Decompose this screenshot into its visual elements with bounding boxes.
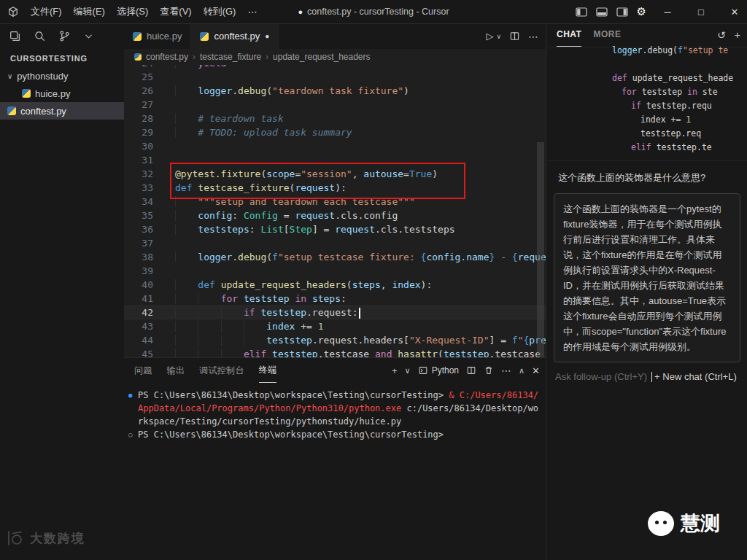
explorer-section-header[interactable]: CURSORTESTING	[0, 47, 124, 67]
breadcrumb-item-conftest.py[interactable]: conftest.py	[146, 52, 188, 62]
terminal[interactable]: ●PS C:\Users\86134\Desktop\workspace\Tes…	[124, 383, 546, 441]
source-control-icon[interactable]	[58, 30, 71, 42]
code-line-34[interactable]: 34 """setup and teardown each testcase""…	[124, 195, 546, 209]
new-chat-icon[interactable]: +	[735, 29, 740, 41]
close-panel-icon[interactable]: ✕	[532, 365, 540, 376]
breadcrumb-item-testcase_fixture[interactable]: testcase_fixture	[200, 52, 261, 62]
more-actions-icon[interactable]: ⋯	[501, 365, 511, 376]
split-editor-icon[interactable]	[509, 31, 520, 42]
menu-more-button[interactable]: ⋯	[241, 7, 263, 18]
code-line-36[interactable]: 36 teststeps: List[Step] = request.cls.t…	[124, 222, 546, 236]
code-token: # teardown task	[198, 113, 283, 124]
code-line-37[interactable]: 37	[124, 236, 546, 250]
watermark-text: 大数跨境	[30, 530, 85, 547]
panel-tab-输出[interactable]: 输出	[167, 359, 185, 383]
code-token: yield	[198, 65, 226, 69]
new-chat-button[interactable]: + New chat (Ctrl+L)	[654, 371, 737, 382]
code-line-39[interactable]: 39	[124, 264, 546, 278]
code-line-30[interactable]: 30	[124, 139, 546, 153]
code-token: ] =	[312, 224, 335, 235]
explorer-icon[interactable]	[9, 30, 21, 42]
code-line-27[interactable]: 27	[124, 98, 546, 112]
history-icon[interactable]: ↺	[717, 29, 726, 41]
layout-panel-left-icon[interactable]	[576, 7, 587, 17]
run-button[interactable]: ▷	[486, 31, 493, 42]
new-terminal-icon[interactable]: +	[392, 365, 398, 376]
code-line-42[interactable]: 42 if teststep.request:	[124, 306, 546, 319]
terminal-profile-tab[interactable]: Python	[418, 365, 459, 376]
tab-label: conftest.py	[214, 31, 260, 42]
more-actions-icon[interactable]: ⋯	[528, 31, 538, 42]
code-editor[interactable]: 24 yield2526 logger.debug("teardown task…	[124, 65, 546, 357]
layout-panel-bottom-icon[interactable]	[596, 7, 608, 17]
terminal-dropdown-icon[interactable]: ∨	[405, 366, 411, 376]
menu-bar: 文件(F)编辑(E)选择(S)查看(V)转到(G)⋯	[25, 5, 263, 18]
editor-scrollbar[interactable]	[537, 142, 544, 357]
split-terminal-icon[interactable]	[466, 365, 476, 376]
menu-item-2[interactable]: 选择(S)	[111, 5, 154, 18]
tree-item-huice[interactable]: huice.py	[0, 85, 124, 102]
menu-item-3[interactable]: 查看(V)	[154, 5, 197, 18]
close-button[interactable]: ✕	[722, 0, 747, 23]
code-token: index	[392, 279, 420, 290]
breadcrumb-item-update_request_headers[interactable]: update_request_headers	[273, 52, 370, 62]
code-line-41[interactable]: 41 for teststep in steps:	[124, 292, 546, 306]
cursor-window: 文件(F)编辑(E)选择(S)查看(V)转到(G)⋯ ●conftest.py …	[0, 0, 747, 560]
code-line-31[interactable]: 31	[124, 153, 546, 167]
code-token	[175, 85, 198, 96]
code-line-40[interactable]: 40 def update_request_headers(steps, ind…	[124, 278, 546, 292]
followup-input[interactable]: Ask follow-up (Ctrl+Y)	[555, 371, 647, 382]
editor-tab-huice.py[interactable]: huice.py	[124, 23, 191, 49]
chat-tab-more[interactable]: MORE	[593, 23, 621, 46]
panel-tab-调试控制台[interactable]: 调试控制台	[199, 359, 244, 383]
chat-code-line: for teststep in ste	[546, 85, 747, 99]
tree-item-pythonstudy[interactable]: ∨ pythonstudy	[0, 67, 124, 85]
chevron-down-icon: ∨	[7, 72, 12, 80]
menu-item-1[interactable]: 编辑(E)	[68, 5, 111, 18]
search-icon[interactable]	[34, 30, 46, 42]
code-token: )	[432, 168, 438, 179]
code-line-25[interactable]: 25	[124, 70, 546, 84]
code-line-35[interactable]: 35 config: Config = request.cls.config	[124, 209, 546, 222]
code-line-44[interactable]: 44 teststep.request.headers["X-Request-I…	[124, 333, 546, 347]
code-token: (	[438, 349, 444, 357]
code-token: update_request_heade	[632, 73, 733, 83]
panel-tab-终端[interactable]: 终端	[259, 358, 277, 383]
menu-item-4[interactable]: 转到(G)	[198, 5, 242, 18]
panel-tab-问题[interactable]: 问题	[134, 359, 152, 383]
code-line-24[interactable]: 24 yield	[124, 65, 546, 70]
folder-label: pythonstudy	[17, 71, 68, 82]
code-line-28[interactable]: 28 # teardown task	[124, 112, 546, 125]
tree-item-conftest[interactable]: conftest.py	[0, 102, 124, 120]
code-text: if teststep.request:	[163, 306, 360, 319]
code-line-29[interactable]: 29 # TODO: upload task summary	[124, 125, 546, 139]
maximize-panel-icon[interactable]: ∧	[519, 366, 525, 376]
code-line-45[interactable]: 45 elif teststep.testcase and hasattr(te…	[124, 347, 546, 357]
code-line-43[interactable]: 43 index += 1	[124, 319, 546, 333]
code-line-32[interactable]: 32@pytest.fixture(scope="session", autou…	[124, 167, 546, 181]
code-line-33[interactable]: 33def testcase_fixture(request):	[124, 181, 546, 195]
code-token	[175, 307, 198, 318]
run-dropdown-icon[interactable]: ∨	[496, 33, 501, 40]
code-line-26[interactable]: 26 logger.debug("teardown task fixture")	[124, 84, 546, 98]
code-token: f	[512, 335, 518, 346]
chat-tab-chat[interactable]: CHAT	[557, 23, 581, 47]
maximize-button[interactable]: □	[689, 0, 713, 23]
minimize-button[interactable]: ─	[655, 0, 680, 23]
code-token: .	[232, 252, 238, 262]
cursor-logo-icon	[7, 6, 19, 18]
settings-gear-icon[interactable]: ⚙	[637, 5, 646, 18]
line-number: 31	[124, 153, 163, 167]
python-file-icon	[134, 53, 142, 61]
menu-item-0[interactable]: 文件(F)	[25, 5, 68, 18]
chevron-down-icon[interactable]	[83, 31, 94, 42]
line-number: 29	[124, 125, 163, 139]
editor-tab-conftest.py[interactable]: conftest.py●	[191, 23, 279, 49]
code-token: teststep	[260, 307, 306, 318]
code-token: :	[341, 293, 347, 304]
layout-panel-right-icon[interactable]	[616, 7, 628, 17]
code-line-38[interactable]: 38 logger.debug(f"setup testcase fixture…	[124, 250, 546, 264]
code-token: autouse	[363, 168, 403, 179]
editor-actions: ▷ ∨ ⋯	[486, 23, 546, 49]
kill-terminal-icon[interactable]	[484, 365, 494, 376]
